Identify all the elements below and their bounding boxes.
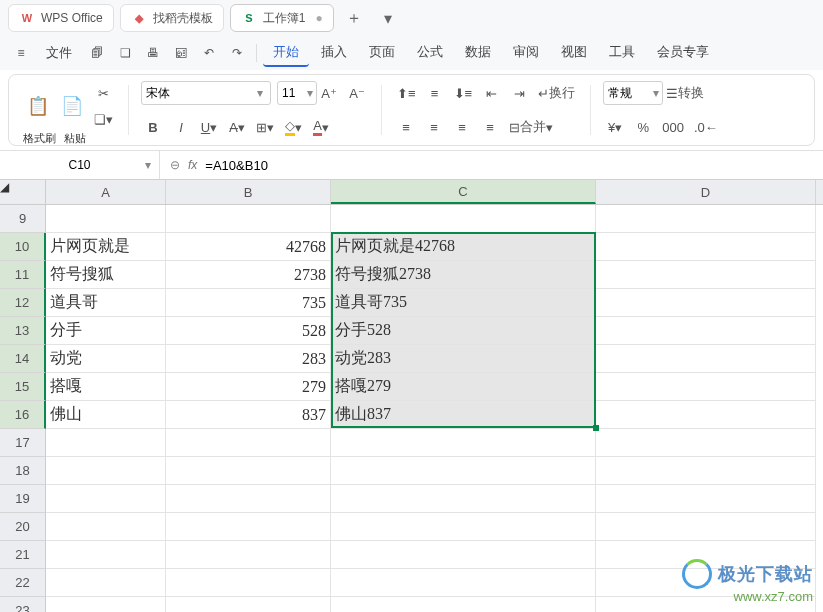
cell-A17[interactable] [46, 429, 166, 457]
menu-公式[interactable]: 公式 [407, 39, 453, 67]
comma-button[interactable]: 000 [659, 115, 687, 139]
cell-B18[interactable] [166, 457, 331, 485]
cell-D18[interactable] [596, 457, 816, 485]
cell-C15[interactable]: 搭嘎279 [331, 373, 596, 401]
tab-workbook[interactable]: S 工作簿1 ● [230, 4, 334, 32]
chevron-down-icon[interactable]: ▾ [145, 158, 151, 172]
file-menu[interactable]: 文件 [36, 40, 82, 66]
row-header-22[interactable]: 22 [0, 569, 46, 597]
tab-templates[interactable]: ◆ 找稻壳模板 [120, 4, 224, 32]
row-header-9[interactable]: 9 [0, 205, 46, 233]
cell-B15[interactable]: 279 [166, 373, 331, 401]
cell-B19[interactable] [166, 485, 331, 513]
undo-icon[interactable]: ↶ [196, 40, 222, 66]
tab-wps-office[interactable]: W WPS Office [8, 4, 114, 32]
cell-D9[interactable] [596, 205, 816, 233]
row-header-17[interactable]: 17 [0, 429, 46, 457]
cell-B22[interactable] [166, 569, 331, 597]
cell-D10[interactable] [596, 233, 816, 261]
column-header-B[interactable]: B [166, 180, 331, 204]
save-icon[interactable]: 🗐 [84, 40, 110, 66]
bold-button[interactable]: B [141, 115, 165, 139]
underline-button[interactable]: U▾ [197, 115, 221, 139]
cell-C19[interactable] [331, 485, 596, 513]
row-header-11[interactable]: 11 [0, 261, 46, 289]
cell-B10[interactable]: 42768 [166, 233, 331, 261]
redo-icon[interactable]: ↷ [224, 40, 250, 66]
row-header-10[interactable]: 10 [0, 233, 46, 261]
row-header-21[interactable]: 21 [0, 541, 46, 569]
row-header-23[interactable]: 23 [0, 597, 46, 612]
currency-button[interactable]: ¥▾ [603, 115, 627, 139]
cell-A16[interactable]: 佛山 [46, 401, 166, 429]
tab-menu-button[interactable]: ▾ [374, 4, 402, 32]
copy-button[interactable]: ❏▾ [91, 107, 116, 131]
fx-icon[interactable]: fx [188, 158, 197, 172]
row-header-16[interactable]: 16 [0, 401, 46, 429]
cell-A19[interactable] [46, 485, 166, 513]
menu-插入[interactable]: 插入 [311, 39, 357, 67]
name-box-input[interactable] [40, 158, 120, 172]
border-button[interactable]: ⊞▾ [253, 115, 277, 139]
cell-C22[interactable] [331, 569, 596, 597]
cell-A18[interactable] [46, 457, 166, 485]
row-header-19[interactable]: 19 [0, 485, 46, 513]
cell-D12[interactable] [596, 289, 816, 317]
spreadsheet-grid[interactable]: ◢ ABCD 910片网页就是42768片网页就是4276811符号搜狐2738… [0, 180, 823, 612]
convert-button[interactable]: ☰转换 [663, 81, 707, 105]
print-preview-icon[interactable]: 🗟 [168, 40, 194, 66]
align-top-icon[interactable]: ⬆≡ [394, 81, 419, 105]
fill-color-button[interactable]: ◇▾ [281, 115, 305, 139]
wrap-text-button[interactable]: ↵换行 [535, 81, 578, 105]
cell-B21[interactable] [166, 541, 331, 569]
align-center-icon[interactable]: ≡ [422, 115, 446, 139]
select-all-corner[interactable]: ◢ [0, 180, 46, 204]
cell-A22[interactable] [46, 569, 166, 597]
decrease-font-icon[interactable]: A⁻ [345, 81, 369, 105]
decrease-decimal-icon[interactable]: .0← [691, 115, 721, 139]
paste-button[interactable]: 📄 [57, 93, 87, 119]
hamburger-icon[interactable]: ≡ [8, 40, 34, 66]
cell-D20[interactable] [596, 513, 816, 541]
cell-C18[interactable] [331, 457, 596, 485]
menu-数据[interactable]: 数据 [455, 39, 501, 67]
cell-C16[interactable]: 佛山837 [331, 401, 596, 429]
menu-视图[interactable]: 视图 [551, 39, 597, 67]
align-middle-icon[interactable]: ≡ [423, 81, 447, 105]
cell-D13[interactable] [596, 317, 816, 345]
save-as-icon[interactable]: ❏ [112, 40, 138, 66]
cell-B17[interactable] [166, 429, 331, 457]
italic-button[interactable]: I [169, 115, 193, 139]
cell-A14[interactable]: 动党 [46, 345, 166, 373]
cancel-icon[interactable]: ⊖ [170, 158, 180, 172]
cell-D16[interactable] [596, 401, 816, 429]
merge-cells-button[interactable]: ⊟合并▾ [506, 115, 556, 139]
cell-A21[interactable] [46, 541, 166, 569]
cell-A13[interactable]: 分手 [46, 317, 166, 345]
percent-button[interactable]: % [631, 115, 655, 139]
cell-D15[interactable] [596, 373, 816, 401]
cell-B14[interactable]: 283 [166, 345, 331, 373]
indent-left-icon[interactable]: ⇤ [479, 81, 503, 105]
menu-审阅[interactable]: 审阅 [503, 39, 549, 67]
cell-C12[interactable]: 道具哥735 [331, 289, 596, 317]
cell-B16[interactable]: 837 [166, 401, 331, 429]
align-bottom-icon[interactable]: ⬇≡ [451, 81, 476, 105]
cell-A9[interactable] [46, 205, 166, 233]
cell-A15[interactable]: 搭嘎 [46, 373, 166, 401]
row-header-18[interactable]: 18 [0, 457, 46, 485]
strikethrough-button[interactable]: A̶▾ [225, 115, 249, 139]
cell-A12[interactable]: 道具哥 [46, 289, 166, 317]
cell-A10[interactable]: 片网页就是 [46, 233, 166, 261]
cell-C21[interactable] [331, 541, 596, 569]
print-icon[interactable]: 🖶 [140, 40, 166, 66]
row-header-20[interactable]: 20 [0, 513, 46, 541]
cell-A23[interactable] [46, 597, 166, 612]
column-header-A[interactable]: A [46, 180, 166, 204]
cell-D14[interactable] [596, 345, 816, 373]
format-painter-button[interactable]: 📋 [23, 93, 53, 119]
cell-C20[interactable] [331, 513, 596, 541]
cell-D19[interactable] [596, 485, 816, 513]
cell-B12[interactable]: 735 [166, 289, 331, 317]
align-right-icon[interactable]: ≡ [450, 115, 474, 139]
